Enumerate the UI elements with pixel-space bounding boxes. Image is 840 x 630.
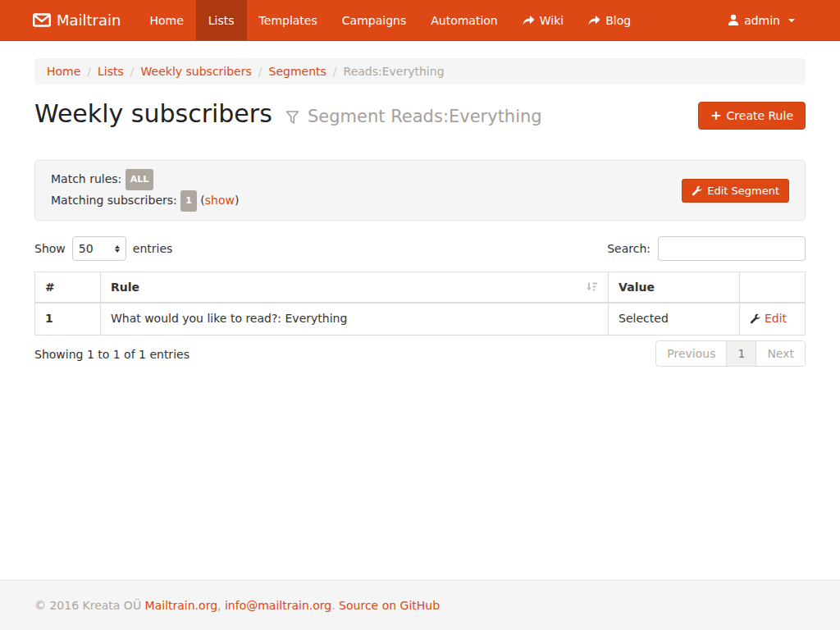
rule-text-cell: What would you like to read?: Everything [100, 303, 608, 335]
funnel-icon [286, 111, 302, 124]
content-spacer [0, 367, 840, 581]
page-subtitle: Segment Reads:Everything [286, 107, 541, 126]
matching-count-badge: 1 [180, 190, 197, 212]
nav-item-wiki[interactable]: Wiki [510, 0, 576, 40]
page-footer: © 2016 Kreata OÜ Mailtrain.org, info@mai… [0, 580, 840, 630]
show-label: Show [34, 242, 66, 255]
nav-item-blog[interactable]: Blog [576, 0, 643, 40]
nav-item-automation[interactable]: Automation [418, 0, 510, 40]
page-number-button[interactable]: 1 [726, 340, 756, 367]
entries-info: Showing 1 to 1 of 1 entries [34, 340, 189, 361]
pagination: Previous 1 Next [655, 340, 806, 367]
header-num[interactable]: # [35, 272, 101, 304]
match-rules-badge: ALL [126, 169, 154, 190]
breadcrumb-home[interactable]: Home [47, 65, 80, 78]
match-rules-line: Match rules: ALL [51, 169, 239, 190]
caret-down-icon [788, 19, 795, 22]
breadcrumb-separator: / [124, 65, 141, 78]
matching-subscribers-line: Matching subscribers: 1 (show) [51, 190, 239, 212]
top-navbar: Mailtrain Home Lists Templates Campaigns… [0, 0, 840, 41]
search-label: Search: [607, 242, 651, 255]
next-page-button[interactable]: Next [756, 340, 806, 367]
rule-number-cell: 1 [35, 303, 101, 335]
header-value[interactable]: Value [609, 272, 740, 304]
breadcrumb-separator: / [80, 65, 98, 78]
create-rule-button[interactable]: + Create Rule [698, 102, 806, 130]
nav-item-templates[interactable]: Templates [247, 0, 330, 40]
share-arrow-icon [588, 15, 600, 26]
table-header-row: # Rule [35, 272, 806, 304]
show-subscribers-link[interactable]: show [205, 194, 235, 207]
breadcrumb: Home / Lists / Weekly subscribers / Segm… [34, 58, 806, 84]
search-input[interactable] [658, 236, 806, 261]
header-action [739, 272, 805, 304]
updown-arrows-icon [115, 245, 120, 253]
rule-value-cell: Selected [609, 303, 740, 335]
email-link[interactable]: info@mailtrain.org [225, 599, 331, 612]
header-rule[interactable]: Rule [100, 272, 608, 304]
nav-item-home[interactable]: Home [137, 0, 195, 40]
page-title: Weekly subscribers Segment Reads:Everyth… [34, 98, 542, 133]
breadcrumb-segments[interactable]: Segments [269, 65, 326, 78]
rule-action-cell: Edit [739, 303, 805, 335]
nav-item-lists[interactable]: Lists [196, 0, 247, 40]
table-controls: Show 50 entries Search: [34, 236, 806, 261]
page-header: Weekly subscribers Segment Reads:Everyth… [34, 98, 806, 133]
copyright-text: © 2016 Kreata OÜ [34, 599, 141, 612]
wrench-icon [692, 185, 702, 196]
table-footer-controls: Showing 1 to 1 of 1 entries Previous 1 N… [34, 340, 806, 367]
person-icon [728, 14, 739, 26]
plus-icon: + [710, 110, 721, 121]
breadcrumb-current: Reads:Everything [344, 65, 445, 78]
breadcrumb-weekly-subscribers[interactable]: Weekly subscribers [141, 65, 252, 78]
user-label: admin [744, 14, 780, 27]
share-arrow-icon [523, 15, 535, 26]
edit-rule-link[interactable]: Edit [750, 311, 787, 326]
breadcrumb-separator: / [252, 65, 269, 78]
mailtrain-org-link[interactable]: Mailtrain.org [145, 599, 217, 612]
nav-links: Home Lists Templates Campaigns Automatio… [137, 0, 643, 40]
edit-segment-button[interactable]: Edit Segment [682, 179, 789, 203]
table-row: 1 What would you like to read?: Everythi… [35, 303, 806, 335]
github-source-link[interactable]: Source on GitHub [339, 599, 440, 612]
brand[interactable]: Mailtrain [33, 0, 137, 40]
entries-label: entries [133, 242, 173, 255]
wrench-icon [750, 313, 760, 324]
nav-item-campaigns[interactable]: Campaigns [330, 0, 418, 40]
breadcrumb-lists[interactable]: Lists [98, 65, 124, 78]
segment-panel: Match rules: ALL Matching subscribers: 1… [34, 160, 806, 221]
previous-page-button[interactable]: Previous [655, 340, 727, 367]
envelope-icon [33, 13, 51, 27]
breadcrumb-separator: / [326, 65, 344, 78]
rules-table: # Rule [34, 272, 806, 336]
page-size-value: 50 [79, 242, 94, 255]
page-size-select[interactable]: 50 [72, 236, 126, 261]
sort-icon [586, 281, 598, 293]
user-menu[interactable]: admin [715, 0, 807, 40]
brand-label: Mailtrain [57, 11, 121, 29]
